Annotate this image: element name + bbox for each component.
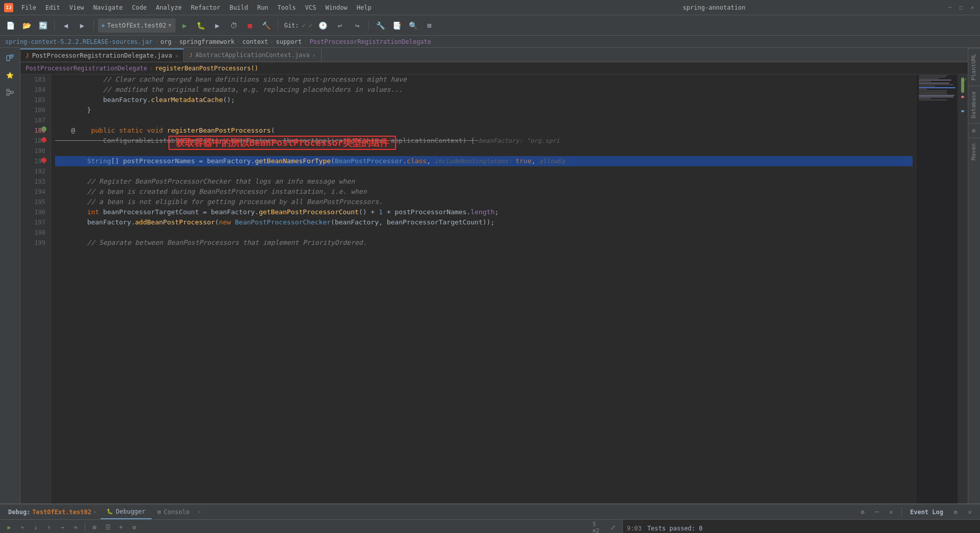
step-into-button[interactable]: ↓ bbox=[30, 521, 42, 534]
coverage-button[interactable]: ▶ bbox=[210, 18, 225, 33]
plantuml-tab[interactable]: PlantUML bbox=[968, 48, 980, 86]
resume-button[interactable]: ▶ bbox=[3, 521, 15, 534]
new-file-button[interactable]: 📄 bbox=[3, 18, 17, 33]
git-forward-button[interactable]: ↪ bbox=[350, 18, 364, 33]
git-history-button[interactable]: 🕐 bbox=[315, 18, 330, 33]
breadcrumb-context[interactable]: context bbox=[242, 38, 268, 45]
back-button[interactable]: ◀ bbox=[59, 18, 73, 33]
debug-button[interactable]: 🐛 bbox=[194, 18, 208, 33]
forward-button[interactable]: ▶ bbox=[75, 18, 89, 33]
code-line-194: // a bean is created during BeanPostProc… bbox=[55, 187, 913, 197]
run-to-cursor-button[interactable]: → bbox=[56, 521, 68, 534]
breadcrumb-org[interactable]: org bbox=[160, 38, 172, 45]
menu-navigate[interactable]: Navigate bbox=[89, 3, 127, 12]
close-event-button[interactable]: ✕ bbox=[964, 506, 976, 518]
open-button[interactable]: 📂 bbox=[19, 18, 34, 33]
menu-window[interactable]: Window bbox=[321, 3, 351, 12]
tab-abstractapp[interactable]: J AbstractApplicationContext.java ✕ bbox=[184, 48, 322, 62]
debug-label: Debug: TestOfExt.test02✕ bbox=[4, 504, 101, 520]
debug-settings-button[interactable]: ⚙ bbox=[128, 521, 140, 534]
code-line-185: beanFactory.clearMetadataCache(); bbox=[55, 95, 913, 105]
database-tab[interactable]: Database bbox=[968, 86, 980, 123]
maximize-button[interactable]: □ bbox=[958, 4, 965, 11]
code-line-186: } bbox=[55, 105, 913, 115]
run-config-selector[interactable]: ▶ TestOfExt.test02 ▼ bbox=[98, 18, 176, 33]
bottom-config-close[interactable]: ✕ bbox=[93, 509, 96, 515]
git-check2[interactable]: ✓ bbox=[309, 22, 312, 29]
settings-button[interactable]: 🔧 bbox=[373, 18, 387, 33]
sync-button[interactable]: 🔄 bbox=[36, 18, 50, 33]
breadcrumb-support[interactable]: support bbox=[276, 38, 302, 45]
build-button[interactable]: 🔨 bbox=[259, 18, 274, 33]
close-debug-button[interactable]: ✕ bbox=[885, 506, 897, 518]
annotation-marker bbox=[41, 126, 46, 132]
git-check1[interactable]: ✓ bbox=[302, 22, 306, 29]
sidebar-favorites-icon[interactable]: ⭐ bbox=[2, 67, 18, 84]
menu-tools[interactable]: Tools bbox=[274, 3, 300, 12]
menu-help[interactable]: Help bbox=[353, 3, 376, 12]
profile-button[interactable]: ⏱ bbox=[227, 18, 241, 33]
minimize-button[interactable]: ─ bbox=[946, 4, 953, 11]
event-log-entry-1: 9:03 Tests passed: 0 bbox=[627, 524, 976, 533]
menu-build[interactable]: Build bbox=[226, 3, 252, 12]
maven-tab[interactable]: Maven bbox=[968, 138, 980, 165]
scroll-indicator[interactable]: ✓ bbox=[958, 74, 968, 503]
debug-session-close[interactable]: ✕ bbox=[198, 509, 201, 515]
editor-bc-class[interactable]: PostProcessorRegistrationDelegate bbox=[26, 65, 147, 72]
line-num-196: 196 bbox=[24, 207, 45, 217]
debug-toolbar-divider bbox=[85, 522, 85, 532]
menu-code[interactable]: Code bbox=[128, 3, 151, 12]
menu-refactor[interactable]: Refactor bbox=[187, 3, 225, 12]
bookmarks-button[interactable]: 📑 bbox=[389, 18, 404, 33]
menu-analyze[interactable]: Analyze bbox=[152, 3, 186, 12]
breadcrumb-springframework[interactable]: springframework bbox=[179, 38, 234, 45]
stop-button[interactable]: ■ bbox=[243, 18, 257, 33]
menu-vcs[interactable]: VCS bbox=[301, 3, 321, 12]
settings-event-button[interactable]: ⚙ bbox=[949, 506, 962, 518]
editor-bc-method[interactable]: registerBeanPostProcessors() bbox=[155, 65, 258, 72]
menu-run[interactable]: Run bbox=[253, 3, 273, 12]
line-num-186: 186 bbox=[24, 105, 45, 115]
git-back-button[interactable]: ↩ bbox=[333, 18, 347, 33]
search-button[interactable]: 🔍 bbox=[406, 18, 420, 33]
step-out-button[interactable]: ↑ bbox=[43, 521, 55, 534]
expand-btn[interactable]: ⤢ bbox=[607, 521, 619, 534]
breakpoint-191[interactable] bbox=[41, 158, 46, 163]
menu-file[interactable]: File bbox=[17, 3, 40, 12]
tab-label-2: AbstractApplicationContext.java bbox=[195, 52, 310, 59]
toolbar-divider-4 bbox=[369, 20, 369, 31]
code-line-198 bbox=[55, 227, 913, 238]
code-content[interactable]: // Clear cached merged bean definitions … bbox=[51, 74, 917, 503]
minimap[interactable] bbox=[917, 74, 958, 503]
breakpoint-189[interactable] bbox=[41, 137, 46, 142]
breadcrumb-jar[interactable]: spring-context-5.2.2.RELEASE-sources.jar bbox=[5, 38, 153, 45]
line-num-185: 185 bbox=[24, 95, 45, 105]
evaluate-button[interactable]: ≈ bbox=[69, 521, 82, 534]
close-button[interactable]: ✕ bbox=[969, 4, 976, 11]
tab-postprocessor[interactable]: J PostProcessorRegistrationDelegate.java… bbox=[20, 48, 184, 62]
layout-button[interactable]: ⊞ bbox=[422, 18, 436, 33]
settings-debug-button[interactable]: ⚙ bbox=[856, 506, 869, 518]
sidebar-structure-icon[interactable] bbox=[2, 85, 18, 101]
event-log-content: 9:03 Tests passed: 0 9:03 All files are … bbox=[623, 520, 980, 533]
java-icon-2: J bbox=[189, 52, 192, 59]
btab-debugger[interactable]: 🐛 Debugger bbox=[101, 505, 152, 519]
run-button[interactable]: ▶ bbox=[178, 18, 192, 33]
step-over-button[interactable]: ↷ bbox=[16, 521, 29, 534]
minimize-debug-button[interactable]: ─ bbox=[871, 506, 883, 518]
debug-add-watch-button[interactable]: + bbox=[115, 521, 127, 534]
btab-console[interactable]: ▤ Console bbox=[152, 505, 196, 519]
tab-close-2[interactable]: ✕ bbox=[313, 53, 316, 58]
menu-edit[interactable]: Edit bbox=[41, 3, 64, 12]
line-num-197: 197 bbox=[24, 217, 45, 227]
threads-view-button[interactable]: ☰ bbox=[102, 521, 114, 534]
menu-view[interactable]: View bbox=[65, 3, 88, 12]
m-tab[interactable]: m bbox=[968, 123, 980, 138]
sidebar-project-icon[interactable] bbox=[2, 50, 18, 66]
tab-close-1[interactable]: ✕ bbox=[175, 53, 178, 59]
debug-label-text: Debug: bbox=[8, 509, 30, 516]
line-num-194: 194 bbox=[24, 187, 45, 197]
frames-button[interactable]: ⊞ bbox=[88, 521, 101, 534]
file-breadcrumb: spring-context-5.2.2.RELEASE-sources.jar… bbox=[0, 36, 980, 48]
breadcrumb-class[interactable]: PostProcessorRegistrationDelegate bbox=[309, 38, 431, 45]
